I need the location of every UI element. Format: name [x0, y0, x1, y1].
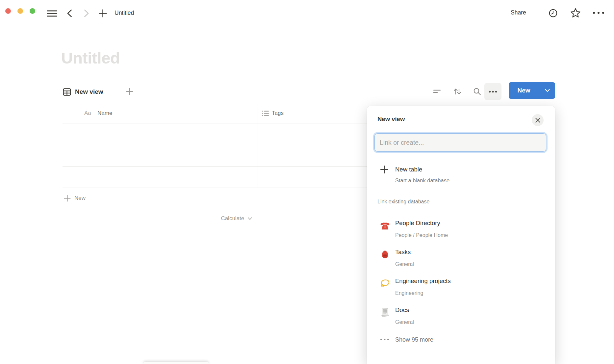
- traffic-light-zoom[interactable]: [30, 8, 35, 14]
- view-more-icon: [489, 91, 497, 93]
- new-record-button[interactable]: New: [509, 82, 539, 99]
- database-subtitle: General: [395, 261, 414, 268]
- filter-icon[interactable]: [433, 87, 441, 96]
- calculate-button[interactable]: Calculate: [186, 215, 252, 222]
- dizzy-emoji: [380, 278, 390, 289]
- new-table-subtitle: Start a blank database: [395, 177, 449, 184]
- topbar-page-title: Untitled: [115, 10, 134, 16]
- name-column-label: Name: [97, 110, 112, 117]
- plus-icon: [64, 195, 71, 202]
- show-more-label: Show 95 more: [395, 336, 433, 344]
- favorite-star-icon[interactable]: [570, 8, 581, 18]
- close-icon: [535, 118, 540, 123]
- traffic-light-close[interactable]: [5, 8, 11, 14]
- database-item-engineering-projects[interactable]: Engineering projects Engineering: [371, 274, 551, 302]
- table-top-border: [63, 103, 555, 103]
- new-table-title: New table: [395, 165, 422, 174]
- panel-title: New view: [377, 115, 405, 123]
- view-tab-new-view[interactable]: New view: [63, 85, 103, 99]
- panel-close-button[interactable]: [532, 114, 544, 126]
- add-page-icon[interactable]: [99, 9, 107, 17]
- view-tab-label: New view: [75, 88, 103, 95]
- telephone-emoji: [380, 221, 390, 230]
- tags-column-label: Tags: [272, 110, 284, 117]
- ellipsis-icon: [380, 338, 389, 341]
- add-view-icon[interactable]: [126, 88, 133, 95]
- page-emoji: [381, 307, 390, 317]
- tags-column-header[interactable]: Tags: [258, 103, 367, 123]
- bottom-toast-peek: [143, 362, 209, 364]
- database-title: Engineering projects: [395, 277, 451, 285]
- search-icon[interactable]: [473, 87, 481, 96]
- database-title: Tasks: [395, 248, 411, 256]
- multi-select-list-icon: [262, 111, 269, 116]
- sort-icon[interactable]: [453, 87, 462, 96]
- show-more-button[interactable]: Show 95 more: [371, 332, 551, 347]
- table-view-icon: [63, 88, 71, 96]
- chevron-down-icon: [248, 217, 252, 220]
- database-item-tasks[interactable]: Tasks General: [371, 246, 551, 273]
- table-row[interactable]: [63, 145, 367, 166]
- new-record-dropdown-button[interactable]: [539, 82, 555, 99]
- column-divider: [258, 103, 258, 188]
- database-item-people-directory[interactable]: People Directory People / People Home: [371, 217, 551, 244]
- add-row-button[interactable]: New: [63, 188, 367, 208]
- view-options-button[interactable]: [484, 83, 501, 100]
- database-title: Docs: [395, 306, 409, 314]
- traffic-light-minimize[interactable]: [17, 8, 23, 14]
- backpack-emoji: [381, 249, 389, 259]
- database-item-docs[interactable]: Docs General: [371, 303, 551, 331]
- new-table-option[interactable]: New table Start a blank database: [371, 156, 551, 186]
- link-or-create-input[interactable]: [374, 133, 546, 152]
- link-existing-section-label: Link existing database: [377, 198, 429, 205]
- new-view-panel: New view New table Start a blank databas…: [367, 106, 555, 364]
- calculate-label: Calculate: [221, 215, 244, 221]
- plus-icon: [380, 165, 389, 174]
- table-row[interactable]: [63, 123, 367, 144]
- updates-clock-icon[interactable]: [549, 9, 558, 18]
- database-subtitle: General: [395, 319, 414, 325]
- new-record-button-group: New: [509, 82, 555, 99]
- name-column-header[interactable]: Aa Name: [70, 103, 257, 123]
- database-subtitle: People / People Home: [395, 232, 448, 239]
- chevron-down-icon: [545, 89, 550, 92]
- database-subtitle: Engineering: [395, 290, 423, 297]
- text-property-icon: Aa: [84, 110, 91, 117]
- notion-window: Untitled Share Untitled New view: [0, 0, 614, 364]
- share-button[interactable]: Share: [511, 9, 526, 16]
- menu-icon[interactable]: [47, 10, 57, 17]
- add-row-label: New: [74, 195, 86, 201]
- table-row[interactable]: [63, 167, 367, 188]
- database-title: People Directory: [395, 219, 440, 227]
- topbar-more-icon[interactable]: [593, 12, 604, 14]
- back-icon[interactable]: [66, 9, 72, 17]
- forward-icon[interactable]: [84, 9, 90, 17]
- page-title-input[interactable]: Untitled: [61, 49, 120, 67]
